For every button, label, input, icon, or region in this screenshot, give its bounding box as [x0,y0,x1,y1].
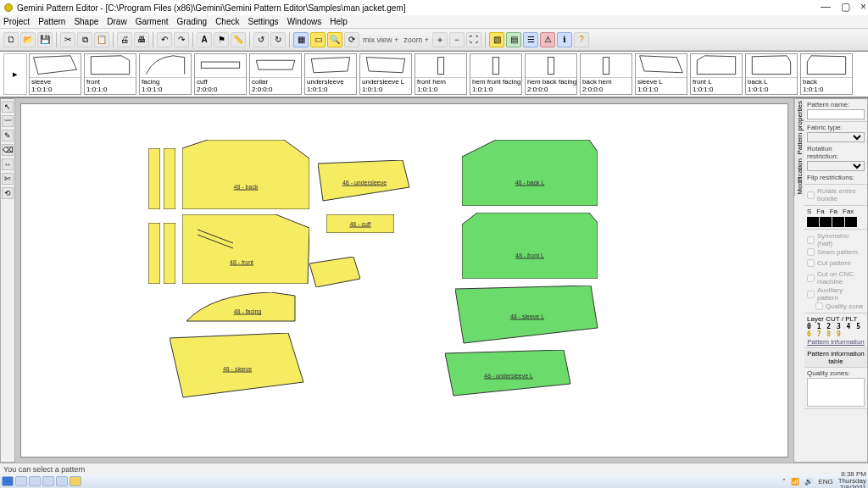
mixview-label[interactable]: mix view + [363,36,398,44]
tab-pattern-properties[interactable]: Pattern properties [794,99,804,157]
zoomfit-icon[interactable]: ⛶ [466,32,481,47]
thumb-hem-front-facing[interactable]: hem front facing1:0:1:0 [470,53,522,95]
fabric-type-label: Fabric type: [807,124,865,131]
open-icon[interactable]: 📂 [20,32,36,47]
curve-icon[interactable]: 〰 [2,115,14,127]
quality-zones-list[interactable] [807,378,865,407]
app-icon [3,3,14,13]
refresh-icon[interactable]: ⟳ [344,32,359,47]
warn-icon[interactable]: ⚠ [540,32,555,47]
rotate-icon[interactable]: ⟲ [2,187,14,199]
fabric-type-select[interactable] [807,132,865,142]
thumb-front-l[interactable]: front L1:0:1:0 [690,53,743,95]
menu-windows[interactable]: Windows [287,17,322,26]
tray-wifi-icon[interactable]: 📶 [791,478,799,485]
zoomout-icon[interactable]: － [449,32,465,47]
thumb-cuff[interactable]: cuff2:0:0:0 [194,53,247,95]
eraser-icon[interactable]: ⌫ [2,144,14,156]
layers-icon[interactable]: ☰ [523,32,538,47]
rotate-bundle-check [807,191,815,199]
piece-shelf: ▸ sleeve1:0:1:0 front1:0:1:0 facing1:0:1… [0,51,868,98]
thumb-back-hem[interactable]: back hem2:0:0:0 [580,53,632,95]
zoomin-icon[interactable]: ＋ [432,32,448,47]
task-app-5[interactable] [70,476,81,486]
thumb-undersleeve[interactable]: undersleeve1:0:1:0 [304,53,357,95]
rotation-select[interactable] [807,161,865,171]
ruler-icon[interactable]: 📏 [231,32,246,47]
print-icon[interactable]: 🖨 [117,32,132,47]
task-app-3[interactable] [42,476,54,486]
close-button[interactable]: × [860,1,866,13]
taskbar: ˄ 📶 🔊 ENG 8:38 PM Thursday 7/8/2021 [0,474,868,488]
thumb-facing[interactable]: facing1:0:1:0 [139,53,192,95]
copy-icon[interactable]: ⧉ [77,32,92,47]
pattern-info-link[interactable]: Pattern information [807,338,865,346]
menu-garment[interactable]: Garment [136,17,169,26]
grid-icon[interactable]: ▧ [489,32,504,47]
svg-rect-15 [148,148,160,209]
tray-sound-icon[interactable]: 🔊 [804,478,813,485]
redo-icon[interactable]: ↷ [174,32,189,47]
task-app-2[interactable] [29,476,41,486]
cut-check [807,259,815,267]
menu-check[interactable]: Check [215,17,239,26]
undo-icon[interactable]: ↶ [157,32,172,47]
thumb-front[interactable]: front1:0:1:0 [84,53,136,95]
left-toolbar: ↖ 〰 ✎ ⌫ ↔ ✄ ⟲ [0,98,15,463]
save-icon[interactable]: 💾 [37,32,53,47]
pattern-info-table[interactable]: Pattern information table [804,348,867,368]
pencil-icon[interactable]: ✎ [2,130,14,141]
maximize-button[interactable]: ▢ [841,1,850,13]
new-icon[interactable]: 🗋 [3,32,19,47]
tool-icon[interactable]: ▦ [293,32,309,47]
text-icon[interactable]: A [197,32,212,47]
cnc-check [807,274,815,282]
thumb-sleeve[interactable]: sleeve1:0:1:0 [29,53,81,95]
svg-marker-25 [309,257,360,287]
table-icon[interactable]: ▤ [506,32,521,47]
canvas[interactable]: 48 - back 48 - undersleeve 48 - front 48… [20,103,788,458]
thumb-back-l[interactable]: back L1:0:1:0 [745,53,798,95]
zoomrect-icon[interactable]: 🔍 [327,32,342,47]
cut-icon[interactable]: ✂ [60,32,75,47]
measure-icon[interactable]: ↔ [2,158,14,170]
thumb-front-hem[interactable]: front hem1:0:1:0 [415,53,467,95]
menu-settings[interactable]: Settings [248,17,278,26]
tray-lang[interactable]: ENG [818,478,832,485]
svg-marker-12 [697,56,735,75]
start-icon[interactable] [2,476,14,486]
thumb-undersleeve-l[interactable]: undersleeve L1:0:1:0 [359,53,412,95]
flag-icon[interactable]: ⚑ [214,32,229,47]
rect-icon[interactable]: ▭ [310,32,326,47]
tray-chevron-icon[interactable]: ˄ [782,478,786,485]
svg-rect-9 [548,58,554,75]
svg-marker-4 [256,60,294,69]
pointer-icon[interactable]: ↖ [2,101,14,113]
menu-pattern[interactable]: Pattern [38,17,65,26]
scissors-icon[interactable]: ✄ [2,173,14,185]
menu-help[interactable]: Help [330,17,348,26]
thumb-back[interactable]: back1:0:1:0 [800,53,853,95]
task-app-1[interactable] [15,476,27,486]
seam-check [807,248,815,256]
pattern-name-input[interactable] [807,109,865,119]
minimize-button[interactable]: — [821,1,831,13]
plot-icon[interactable]: 🖶 [134,32,149,47]
rotation-label: Rotation restriction: [807,145,865,160]
rotate-ccw-icon[interactable]: ↺ [253,32,269,47]
info-icon[interactable]: ℹ [557,32,572,47]
shelf-nav[interactable]: ▸ [3,53,27,95]
thumb-hem-back-facing[interactable]: hem back facing2:0:0:0 [525,53,577,95]
paste-icon[interactable]: 📋 [94,32,109,47]
zoom-label[interactable]: zoom + [403,36,429,44]
rotate-cw-icon[interactable]: ↻ [270,32,286,47]
thumb-sleeve-l[interactable]: sleeve L1:0:1:0 [635,53,687,95]
menu-draw[interactable]: Draw [107,17,126,26]
help-icon[interactable]: ? [574,32,589,47]
task-app-4[interactable] [56,476,68,486]
menu-project[interactable]: Project [3,17,30,26]
thumb-collar[interactable]: collar2:0:0:0 [249,53,302,95]
menu-shape[interactable]: Shape [74,17,98,26]
menu-grading[interactable]: Grading [177,17,208,26]
tab-modification[interactable]: Modification [794,157,804,197]
